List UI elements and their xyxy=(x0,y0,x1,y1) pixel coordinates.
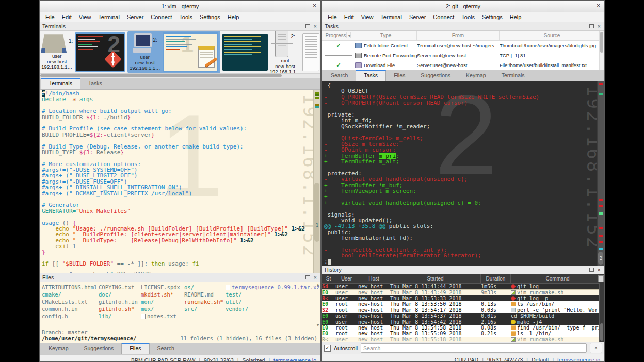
history-search-input[interactable] xyxy=(361,343,587,353)
menu-item-help[interactable]: Help xyxy=(224,14,243,20)
tab-tasks[interactable]: Tasks xyxy=(356,70,386,81)
close-panel-icon[interactable]: × xyxy=(598,267,601,273)
history-table-header[interactable]: St User Host Started Duration Command xyxy=(322,274,604,284)
thumbnail-computer-2[interactable]: 2: user new-host 192.168.1.1… xyxy=(130,33,160,71)
menu-item-settings[interactable]: Settings xyxy=(196,14,224,20)
menu-item-edit[interactable]: Edit xyxy=(58,14,75,20)
tasks-table-header[interactable]: Progress ▾ Type From Source xyxy=(322,31,604,41)
file-item[interactable]: LICENSE.spdx xyxy=(141,284,184,291)
terminal-vim[interactable]: 1 192.168.1.152 #!/bin/bashdeclare -a ar… xyxy=(40,89,320,273)
close-icon[interactable]: × xyxy=(597,2,600,9)
history-row[interactable]: E0usernew-hostThu Mar 8 13:43:49 20189m3… xyxy=(322,289,604,295)
task-row[interactable]: ✓Download FileServer:user@new-hostFile:/… xyxy=(322,60,604,70)
tab-search[interactable]: Search xyxy=(150,343,182,354)
float-panel-icon[interactable] xyxy=(589,268,594,272)
clear-search-icon[interactable]: × xyxy=(590,343,602,353)
menu-item-settings[interactable]: Settings xyxy=(478,14,506,20)
float-panel-icon[interactable] xyxy=(589,24,594,28)
history-row[interactable]: R<usernew-hostThu Mar 8 13:53:33 2018git… xyxy=(322,295,604,301)
tasks-scrollbar[interactable] xyxy=(599,31,604,70)
thumbnail-server-2[interactable]: 2: root new-host 192.168.1.1… xyxy=(270,31,301,73)
file-item[interactable]: mkdist.sh* xyxy=(141,291,184,298)
website-link[interactable]: termysequence.io xyxy=(557,357,600,362)
close-panel-icon[interactable]: × xyxy=(314,23,317,29)
history-row[interactable]: E0usernew-hostThu Mar 8 13:54:42 20182.1… xyxy=(322,319,604,324)
tab-suggestions[interactable]: Suggestions xyxy=(413,70,458,81)
history-row[interactable]: S2rootnew-hostThu Mar 8 13:54:17 20180.0… xyxy=(322,307,604,313)
thumbnail-terminal-3[interactable] xyxy=(222,34,268,71)
history-row[interactable]: Sdusernew-hostThu Mar 8 13:41:44 20181m5… xyxy=(322,284,604,289)
file-item[interactable]: COPYING.txt xyxy=(99,284,141,291)
file-item[interactable]: gitinfo.sh* xyxy=(99,305,141,312)
menu-item-edit[interactable]: Edit xyxy=(341,14,358,20)
titlebar-right[interactable]: 2: git - qtermy × xyxy=(322,1,604,12)
file-item[interactable]: common.h.in xyxy=(42,305,99,312)
close-icon[interactable]: × xyxy=(313,2,316,9)
history-row[interactable]: E0rootnew-hostThu Mar 8 13:55:09 20180.2… xyxy=(322,331,604,336)
thumbnail-scrollbar[interactable] xyxy=(40,73,320,78)
file-item[interactable]: lib/ xyxy=(99,312,141,320)
tab-terminals[interactable]: Terminals xyxy=(41,78,81,89)
tab-files[interactable]: Files xyxy=(386,70,413,81)
file-item[interactable]: mux/ xyxy=(141,305,184,312)
file-item[interactable]: util/ xyxy=(226,298,320,305)
autoscroll-checkbox[interactable]: ✓ xyxy=(324,345,331,352)
thumbnail-terminal-2[interactable]: 2 xyxy=(75,32,125,72)
menu-item-help[interactable]: Help xyxy=(506,14,525,20)
history-row[interactable]: R<usernew-hostThu Mar 8 13:55:18 2018vim… xyxy=(322,337,604,342)
file-item[interactable]: termysequence-0.99.1.tar.xz xyxy=(226,284,320,291)
file-item[interactable]: gitinfo.h.in xyxy=(99,298,141,305)
website-link[interactable]: termysequence.io xyxy=(273,357,316,362)
tab-tasks[interactable]: Tasks xyxy=(81,78,110,89)
menu-item-terminal[interactable]: Terminal xyxy=(377,14,406,20)
file-item[interactable]: cmake/ xyxy=(42,291,99,298)
file-item[interactable]: runcmake.sh* xyxy=(184,298,226,305)
file-item[interactable]: README.md xyxy=(184,291,226,298)
close-panel-icon[interactable]: × xyxy=(598,23,601,29)
tab-search[interactable]: Search xyxy=(323,70,356,81)
close-panel-icon[interactable]: × xyxy=(314,274,317,281)
tab-keymap[interactable]: Keymap xyxy=(458,70,494,81)
menu-item-tools[interactable]: Tools xyxy=(458,14,478,20)
file-item[interactable]: test/ xyxy=(226,291,320,298)
menu-item-connect[interactable]: Connect xyxy=(147,14,175,20)
file-item[interactable]: notes.txt xyxy=(141,312,184,320)
file-item[interactable]: doc/ xyxy=(99,291,141,298)
titlebar-left[interactable]: 1: vim - qtermy × xyxy=(40,1,320,12)
scroll-lock-icon[interactable] xyxy=(598,275,604,282)
terminal-git[interactable]: 2 192.168.1.152 { Q_OBJECT- Q_PROPERTY(Q… xyxy=(322,81,604,266)
menu-item-view[interactable]: View xyxy=(358,14,377,20)
menu-item-server[interactable]: Server xyxy=(406,14,429,20)
file-item[interactable]: ATTRIBUTIONS.html xyxy=(42,284,99,291)
tab-suggestions[interactable]: Suggestions xyxy=(76,343,122,354)
float-panel-icon[interactable] xyxy=(305,275,310,279)
menu-item-file[interactable]: File xyxy=(42,14,58,20)
menu-item-view[interactable]: View xyxy=(75,14,95,20)
file-item[interactable]: vendor/ xyxy=(226,305,320,312)
tab-keymap[interactable]: Keymap xyxy=(41,343,76,354)
float-panel-icon[interactable] xyxy=(305,24,310,28)
file-item[interactable]: src/ xyxy=(184,305,226,312)
file-item[interactable]: mon/ xyxy=(141,298,184,305)
menu-item-tools[interactable]: Tools xyxy=(175,14,196,20)
history-row[interactable]: E0usernew-hostThu Mar 8 13:54:37 20180.0… xyxy=(322,313,604,319)
file-item[interactable]: config.h xyxy=(42,312,99,320)
history-row[interactable]: E0rootnew-hostThu Mar 8 13:53:50 20180.1… xyxy=(322,301,604,307)
menu-item-file[interactable]: File xyxy=(324,14,341,20)
task-row[interactable]: Remote Port ForwardingServer:root@new-ho… xyxy=(322,51,604,60)
file-item[interactable]: os/ xyxy=(184,284,226,291)
task-row[interactable]: ✓Fetch Inline ContentTerminal:user@new-h… xyxy=(322,41,604,51)
menu-item-server[interactable]: Server xyxy=(123,14,147,20)
files-scrollbar[interactable]: ▲▼ xyxy=(315,282,320,328)
history-scrollbar[interactable] xyxy=(599,283,604,342)
tab-files[interactable]: Files xyxy=(121,343,149,354)
thumbnail-terminal-4[interactable] xyxy=(302,33,319,71)
terminal-minimap[interactable]: 2 xyxy=(597,81,604,266)
thumbnail-terminal-1[interactable]: 1 xyxy=(163,32,218,72)
file-item[interactable]: CMakeLists.txt xyxy=(42,298,99,305)
thumbnail-server-1[interactable]: 1: user new-host 192.168.1.1… xyxy=(41,34,73,70)
menu-item-connect[interactable]: Connect xyxy=(429,14,458,20)
history-row[interactable]: E0rootnew-hostThu Mar 8 13:54:58 20180.0… xyxy=(322,325,604,331)
minimap-thumb[interactable] xyxy=(314,183,319,242)
tab-terminals[interactable]: Terminals xyxy=(494,70,533,81)
